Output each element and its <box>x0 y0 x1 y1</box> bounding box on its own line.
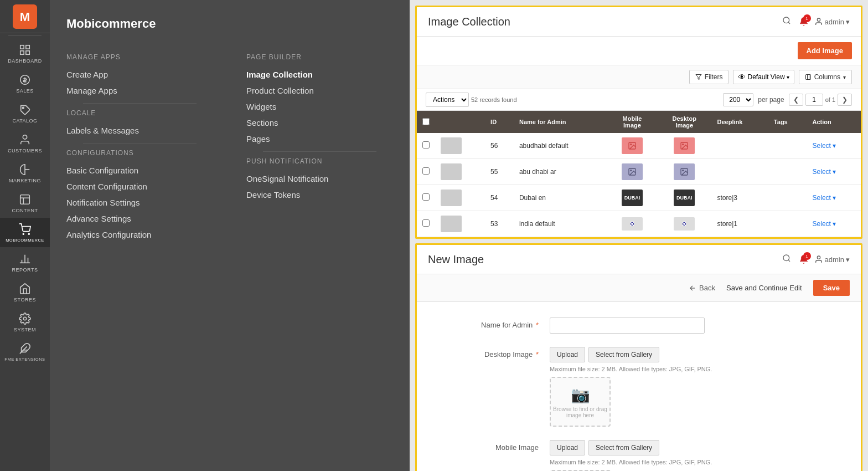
save-continue-button[interactable]: Save and Continue Edit <box>721 280 808 295</box>
row-action[interactable]: Select ▾ <box>807 211 861 237</box>
notification-badge[interactable]: 1 <box>799 17 809 27</box>
view-label: Default View <box>747 73 784 81</box>
th-id: ID <box>485 111 514 133</box>
row-id: 54 <box>485 185 514 211</box>
row-tags <box>768 211 807 237</box>
magento-logo-icon: M <box>13 4 37 29</box>
row-action[interactable]: Select ▾ <box>807 185 861 211</box>
back-link[interactable]: Back <box>689 284 715 292</box>
app-title: Mobicommerce <box>50 11 410 42</box>
prev-page-button[interactable]: ❮ <box>789 94 803 106</box>
nav-link-advance-settings[interactable]: Advance Settings <box>66 211 213 227</box>
filters-button[interactable]: Filters <box>689 70 729 84</box>
row-id: 56 <box>485 133 514 159</box>
sidebar-item-system[interactable]: SYSTEM <box>0 307 50 337</box>
nav-link-create-app[interactable]: Create App <box>66 66 213 83</box>
mobile-upload-button[interactable]: Upload <box>550 440 585 455</box>
mobile-gallery-button[interactable]: Select from Gallery <box>588 440 659 455</box>
svg-point-34 <box>631 170 632 171</box>
row-name: india default <box>514 211 607 237</box>
sidebar-item-customers[interactable]: CUSTOMERS <box>0 128 50 158</box>
desktop-upload-buttons: Upload Select from Gallery <box>550 347 828 362</box>
sidebar-item-dashboard[interactable]: DASHBOARD <box>0 38 50 68</box>
row-checkbox[interactable] <box>422 193 430 201</box>
sidebar-item-fme-extensions[interactable]: FME EXTENSIONS <box>0 337 50 366</box>
view-select[interactable]: 👁 Default View ▾ <box>733 70 794 84</box>
admin-menu[interactable]: admin ▾ <box>814 17 850 26</box>
row-action[interactable]: Select ▾ <box>807 133 861 159</box>
th-deeplink: Deeplink <box>712 111 768 133</box>
pagination-buttons: ❮ of 1 ❯ <box>789 94 852 106</box>
name-for-admin-row: Name for Admin * <box>428 311 850 340</box>
next-page-button[interactable]: ❯ <box>838 94 852 106</box>
row-select-link[interactable]: Select ▾ <box>813 142 836 150</box>
svg-point-37 <box>783 255 789 261</box>
name-for-admin-label: Name for Admin * <box>450 318 539 329</box>
filter-icon <box>695 74 702 80</box>
new-image-search-button[interactable] <box>780 252 793 267</box>
sidebar-item-stores[interactable]: STORES <box>0 277 50 307</box>
nav-link-product-collection[interactable]: Product Collection <box>246 83 393 99</box>
new-image-header: New Image 1 admin ▾ <box>417 245 861 274</box>
svg-point-24 <box>817 18 820 21</box>
header-actions: 1 admin ▾ <box>780 14 850 29</box>
actions-select[interactable]: Actions <box>426 93 469 107</box>
chevron-down-icon: ▾ <box>846 255 850 264</box>
svg-point-32 <box>683 144 684 145</box>
user-avatar-icon <box>814 255 823 264</box>
nav-link-onesignal[interactable]: OneSignal Notification <box>246 171 393 187</box>
desktop-gallery-button[interactable]: Select from Gallery <box>588 347 659 362</box>
nav-link-analytics-config[interactable]: Analytics Configuration <box>66 227 213 243</box>
chevron-down-icon: ▾ <box>846 18 850 26</box>
nav-link-image-collection[interactable]: Image Collection <box>246 66 393 83</box>
row-thumb <box>435 159 485 185</box>
nav-link-basic-config[interactable]: Basic Configuration <box>66 162 213 178</box>
th-name-admin: Name for Admin <box>514 111 607 133</box>
sidebar-item-reports[interactable]: REPORTS <box>0 247 50 277</box>
nav-link-labels-messages[interactable]: Labels & Messages <box>66 122 213 139</box>
sidebar-item-catalog[interactable]: CATALOG <box>0 98 50 128</box>
sidebar-item-label: MOBICOMMERCE <box>6 238 44 243</box>
nav-link-content-config[interactable]: Content Configuration <box>66 178 213 194</box>
per-page-label: per page <box>758 96 784 104</box>
new-image-notification-badge[interactable]: 1 <box>799 254 809 264</box>
row-select-link[interactable]: Select ▾ <box>813 220 836 228</box>
new-image-admin-menu[interactable]: admin ▾ <box>814 255 850 264</box>
nav-link-sections[interactable]: Sections <box>246 115 393 131</box>
current-page-input[interactable] <box>805 94 823 106</box>
save-button[interactable]: Save <box>813 280 850 296</box>
nav-link-manage-apps[interactable]: Manage Apps <box>66 83 213 99</box>
sidebar-item-mobicommerce[interactable]: MOBICOMMERCE <box>0 218 50 247</box>
per-page-select[interactable]: 200 <box>723 93 753 106</box>
nav-link-widgets[interactable]: Widgets <box>246 99 393 115</box>
desktop-thumb: DUBAI <box>674 190 695 206</box>
image-collection-title: Image Collection <box>428 16 510 28</box>
sidebar-item-content[interactable]: CONTENT <box>0 188 50 218</box>
table-row: 53 india default <box>417 211 861 237</box>
search-button[interactable] <box>780 14 793 29</box>
dollar-icon <box>19 74 31 86</box>
desktop-upload-button[interactable]: Upload <box>550 347 585 362</box>
nav-link-device-tokens[interactable]: Device Tokens <box>246 187 393 203</box>
row-checkbox[interactable] <box>422 141 430 149</box>
add-image-button[interactable]: Add Image <box>798 42 852 59</box>
desktop-upload-area[interactable]: 📷 Browse to find or drag image here <box>550 377 611 427</box>
nav-link-pages[interactable]: Pages <box>246 131 393 147</box>
svg-point-36 <box>683 170 684 171</box>
select-all-checkbox[interactable] <box>422 118 430 125</box>
form-actions-bar: Back Save and Continue Edit Save <box>417 274 861 302</box>
name-for-admin-input[interactable] <box>550 318 705 334</box>
new-image-header-actions: 1 admin ▾ <box>780 252 850 267</box>
nav-link-notification-settings[interactable]: Notification Settings <box>66 194 213 211</box>
row-mobile-img <box>607 159 657 185</box>
row-select-link[interactable]: Select ▾ <box>813 168 836 176</box>
row-checkbox[interactable] <box>422 167 430 175</box>
sidebar-item-sales[interactable]: SALES <box>0 68 50 98</box>
nav-divider-2 <box>83 143 197 144</box>
row-checkbox[interactable] <box>422 219 430 227</box>
image-icon <box>628 167 637 176</box>
row-action[interactable]: Select ▾ <box>807 159 861 185</box>
sidebar-item-marketing[interactable]: MARKETING <box>0 158 50 188</box>
row-select-link[interactable]: Select ▾ <box>813 194 836 202</box>
columns-button[interactable]: Columns ▾ <box>799 70 852 84</box>
